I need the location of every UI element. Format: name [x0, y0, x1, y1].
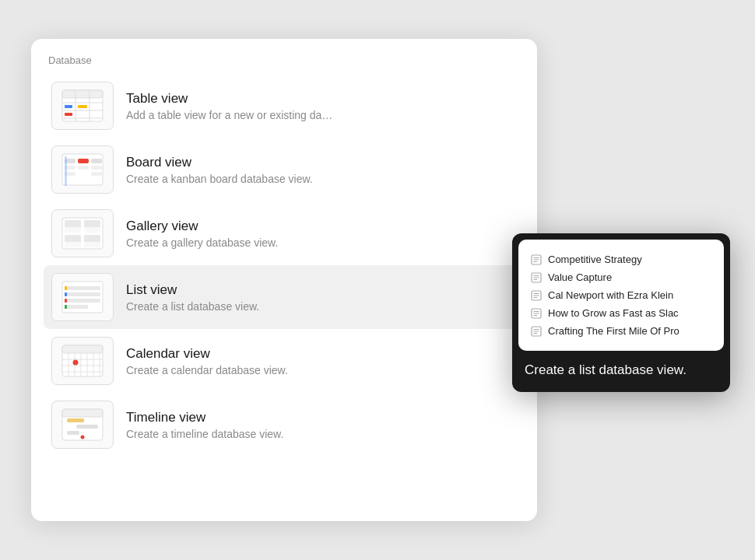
- svg-rect-9: [78, 105, 87, 108]
- svg-rect-35: [65, 286, 67, 290]
- tooltip-preview: Competitive Strategy Value Capture Cal N…: [518, 240, 724, 351]
- document-icon: [531, 326, 542, 337]
- tooltip-list-item: Competitive Strategy: [531, 250, 711, 268]
- board-view-desc: Create a kanban board database view.: [126, 173, 313, 185]
- svg-rect-36: [65, 292, 67, 296]
- svg-rect-27: [84, 227, 100, 233]
- tooltip-item-text: Competitive Strategy: [548, 254, 642, 265]
- svg-rect-32: [65, 292, 100, 296]
- svg-rect-55: [67, 431, 79, 435]
- document-icon: [531, 308, 542, 319]
- tooltip-list-item: Cal Newport with Ezra Klein: [531, 286, 711, 304]
- svg-point-57: [81, 436, 85, 439]
- svg-rect-13: [91, 159, 102, 163]
- document-icon: [531, 272, 542, 283]
- tooltip-popup: Competitive Strategy Value Capture Cal N…: [512, 233, 730, 392]
- svg-rect-33: [65, 299, 100, 303]
- svg-rect-12: [78, 159, 89, 163]
- calendar-view-icon: [51, 337, 114, 385]
- gallery-view-text: Gallery view Create a gallery database v…: [126, 219, 278, 249]
- svg-rect-28: [65, 242, 81, 247]
- svg-rect-17: [91, 166, 102, 170]
- view-item-calendar[interactable]: Calendar view Create a calendar database…: [44, 329, 525, 393]
- svg-rect-31: [65, 286, 100, 290]
- list-view-name: List view: [126, 282, 259, 298]
- svg-rect-29: [84, 242, 100, 247]
- tooltip-list-item: How to Grow as Fast as Slac: [531, 304, 711, 322]
- calendar-view-desc: Create a calendar database view.: [126, 364, 288, 376]
- view-item-table[interactable]: Table view Add a table view for a new or…: [44, 74, 525, 138]
- list-view-icon: [51, 273, 114, 321]
- svg-point-50: [73, 360, 79, 366]
- tooltip-item-text: How to Grow as Fast as Slac: [548, 307, 679, 319]
- timeline-view-text: Timeline view Create a timeline database…: [126, 410, 283, 440]
- tooltip-item-text: Crafting The First Mile Of Pro: [548, 325, 680, 337]
- table-view-desc: Add a table view for a new or existing d…: [126, 109, 332, 121]
- calendar-view-text: Calendar view Create a calendar database…: [126, 346, 288, 376]
- svg-rect-56: [67, 418, 84, 422]
- board-view-name: Board view: [126, 155, 313, 170]
- timeline-view-name: Timeline view: [126, 410, 283, 425]
- document-icon: [531, 290, 542, 301]
- tooltip-list-item: Value Capture: [531, 268, 711, 286]
- board-view-text: Board view Create a kanban board databas…: [126, 155, 313, 185]
- tooltip-item-text: Cal Newport with Ezra Klein: [548, 289, 673, 301]
- timeline-view-desc: Create a timeline database view.: [126, 428, 283, 440]
- database-panel: Database Table view Add a table view for…: [31, 39, 537, 521]
- view-item-gallery[interactable]: Gallery view Create a gallery database v…: [44, 201, 525, 265]
- svg-rect-54: [76, 425, 98, 429]
- svg-rect-37: [65, 299, 67, 303]
- document-icon: [531, 254, 542, 265]
- table-view-text: Table view Add a table view for a new or…: [126, 91, 332, 121]
- board-view-icon: [51, 145, 114, 194]
- table-view-name: Table view: [126, 91, 332, 107]
- panel-title: Database: [44, 54, 525, 66]
- view-item-timeline[interactable]: Timeline view Create a timeline database…: [44, 393, 525, 457]
- gallery-view-name: Gallery view: [126, 219, 278, 234]
- tooltip-list-item: Crafting The First Mile Of Pro: [531, 322, 711, 340]
- svg-rect-19: [65, 156, 67, 186]
- views-list: Table view Add a table view for a new or…: [44, 74, 525, 457]
- svg-rect-52: [62, 409, 103, 417]
- timeline-view-icon: [51, 401, 114, 449]
- tooltip-items-container: Competitive Strategy Value Capture Cal N…: [531, 250, 711, 340]
- tooltip-item-text: Value Capture: [548, 271, 612, 283]
- tooltip-description: Create a list database view.: [512, 351, 730, 392]
- svg-rect-18: [91, 172, 102, 176]
- svg-rect-40: [62, 345, 103, 353]
- calendar-view-name: Calendar view: [126, 346, 288, 362]
- list-view-desc: Create a list database view.: [126, 300, 259, 313]
- gallery-view-desc: Create a gallery database view.: [126, 236, 278, 249]
- svg-rect-38: [65, 305, 67, 309]
- svg-rect-34: [65, 305, 88, 309]
- gallery-view-icon: [51, 209, 114, 257]
- list-view-text: List view Create a list database view.: [126, 282, 259, 313]
- view-item-list[interactable]: List view Create a list database view.: [44, 265, 525, 329]
- view-item-board[interactable]: Board view Create a kanban board databas…: [44, 138, 525, 201]
- table-view-icon: [51, 82, 114, 130]
- svg-rect-26: [65, 227, 81, 233]
- svg-rect-8: [65, 113, 72, 116]
- svg-rect-7: [65, 105, 72, 108]
- svg-rect-1: [62, 90, 103, 98]
- svg-rect-16: [78, 166, 89, 170]
